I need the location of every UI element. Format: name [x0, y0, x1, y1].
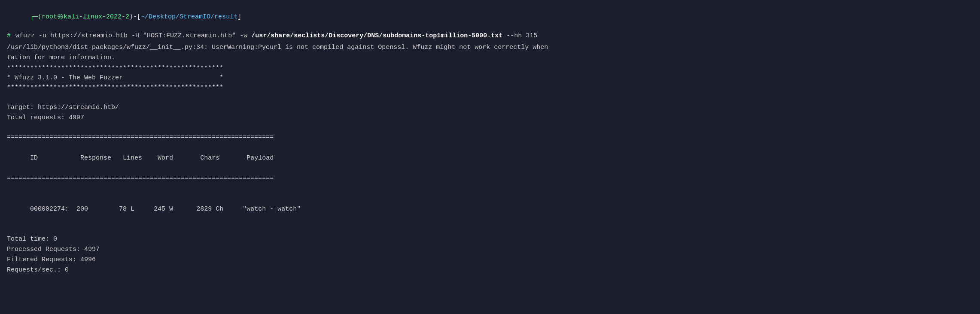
wfuzz-title-line: * Wfuzz 3.1.0 - The Web Fuzzer * — [7, 73, 973, 83]
title-bar: ┌─(root㉿kali-linux-2022-2)-[~/Desktop/St… — [0, 3, 980, 31]
result-payload-value: "watch - watch" — [243, 205, 301, 213]
stars-line-1: ****************************************… — [7, 64, 973, 74]
title-bar-prefix: ┌─(root㉿kali-linux-2022-2)-[~/Desktop/St… — [7, 5, 241, 28]
col-id: ID — [30, 154, 80, 162]
blank-2 — [7, 123, 973, 133]
warning-line-1: /usr/lib/python3/dist-packages/wfuzz/__i… — [7, 43, 973, 53]
col-chars: Chars — [200, 154, 247, 162]
user-label: root — [42, 13, 57, 21]
table-divider-1: ========================================… — [7, 133, 973, 143]
bracket-close: ] — [237, 13, 241, 21]
target-line: Target: https://streamio.htb/ — [7, 103, 973, 113]
blank-3 — [7, 184, 973, 194]
result-chars-count: 2829 Ch — [196, 205, 223, 213]
terminal-window: ┌─(root㉿kali-linux-2022-2)-[~/Desktop/St… — [0, 0, 980, 314]
prompt-symbol: # — [7, 31, 11, 41]
filtered-requests-line: Filtered Requests: 4996 — [7, 255, 973, 265]
blank-1 — [7, 93, 973, 103]
hostname-label: kali-linux-2022-2 — [64, 13, 129, 21]
command-text: wfuzz -u https://streamio.htb -H "HOST:F… — [12, 31, 537, 41]
path-label: ~/Desktop/StreamIO/result — [141, 13, 237, 21]
total-requests-line: Total requests: 4997 — [7, 113, 973, 123]
blank-4 — [7, 225, 973, 235]
col-payload: Payload — [247, 154, 274, 162]
command-line: # wfuzz -u https://streamio.htb -H "HOST… — [7, 31, 973, 41]
at-symbol: ㉿ — [57, 13, 64, 21]
warning-line-2: tation for more information. — [7, 53, 973, 63]
processed-requests-line: Processed Requests: 4997 — [7, 245, 973, 255]
requests-per-sec-line: Requests/sec.: 0 — [7, 265, 973, 275]
col-lines: Lines — [123, 154, 158, 162]
col-response: Response — [80, 154, 123, 162]
bracket-middle: )-[ — [129, 13, 141, 21]
bracket-open: ┌─( — [30, 13, 42, 21]
result-words-count: 245 W — [154, 205, 173, 213]
total-time-line: Total time: 0 — [7, 234, 973, 245]
table-divider-2: ========================================… — [7, 174, 973, 184]
stars-line-2: ****************************************… — [7, 83, 973, 93]
col-word: Word — [158, 154, 200, 162]
result-row: 000002274: 200 78 L 245 W 2829 Ch "watch… — [7, 194, 973, 225]
result-response-code: 200 — [76, 205, 88, 213]
result-lines-count: 78 L — [119, 205, 134, 213]
table-header-row: ID Response Lines Word Chars Payload — [7, 143, 973, 174]
terminal-content: # wfuzz -u https://streamio.htb -H "HOST… — [0, 31, 980, 275]
result-id: 000002274: — [30, 205, 69, 213]
